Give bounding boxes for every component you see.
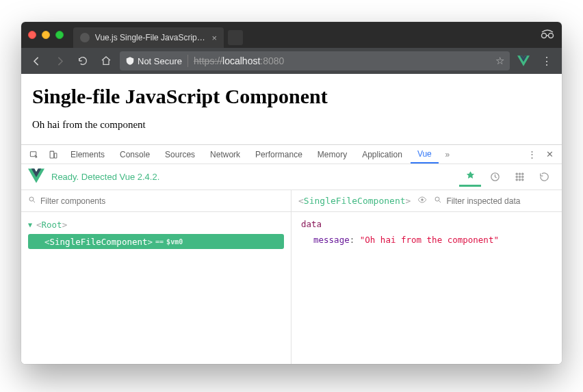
svg-rect-4: [54, 153, 57, 157]
vue-history-icon[interactable]: [484, 168, 506, 187]
vue-components-tab-icon[interactable]: [459, 168, 481, 187]
vue-panel-header: Ready. Detected Vue 2.4.2.: [21, 164, 562, 190]
separator: [187, 55, 188, 67]
search-icon: [434, 196, 442, 206]
browser-menu-button[interactable]: ⋮: [537, 51, 556, 70]
devtools: Elements Console Sources Network Perform…: [21, 144, 562, 364]
vue-devtools-extension-icon[interactable]: [514, 51, 533, 70]
url: https://localhost:8080: [194, 55, 284, 66]
devtools-overflow-icon[interactable]: »: [440, 145, 455, 164]
svg-point-0: [542, 33, 547, 38]
svg-point-17: [435, 197, 439, 201]
devtools-menu-button[interactable]: ⋮: [523, 149, 540, 159]
bookmark-star-icon[interactable]: ☆: [495, 55, 504, 67]
search-icon: [28, 196, 36, 206]
new-tab-button[interactable]: [228, 30, 243, 45]
vue-filter-left: [21, 190, 292, 211]
vue-refresh-icon[interactable]: [533, 168, 555, 187]
minimize-window-button[interactable]: [42, 31, 50, 39]
titlebar: Vue.js Single-File JavaScript C ×: [21, 22, 562, 48]
forward-button[interactable]: [50, 51, 69, 70]
tab-close-icon[interactable]: ×: [211, 33, 217, 43]
toolbar: Not Secure https://localhost:8080 ☆ ⋮: [21, 48, 562, 74]
back-button[interactable]: [27, 51, 46, 70]
devtools-tab-sources[interactable]: Sources: [158, 145, 202, 164]
close-window-button[interactable]: [28, 31, 36, 39]
svg-point-16: [422, 198, 424, 201]
data-value: "Oh hai from the component": [360, 235, 499, 245]
tree-root-label: Root: [42, 220, 62, 230]
security-badge[interactable]: Not Secure: [125, 56, 182, 66]
svg-point-7: [519, 173, 520, 174]
tab-title: Vue.js Single-File JavaScript C: [95, 33, 207, 42]
page-text: Oh hai from the component: [32, 119, 551, 131]
tree-child-row[interactable]: <SingleFileComponent> == $vm0: [28, 234, 284, 249]
vue-filter-row: <SingleFileComponent>: [21, 190, 562, 212]
devtools-tab-console[interactable]: Console: [113, 145, 157, 164]
svg-point-11: [521, 176, 523, 177]
url-scheme: https://: [194, 55, 222, 66]
svg-point-13: [519, 179, 520, 181]
vue-body: ▼ <Root> <SingleFileComponent> == $vm0 d…: [21, 212, 562, 364]
data-key: message: [313, 235, 350, 245]
vue-status-text: Ready. Detected Vue 2.4.2.: [51, 172, 159, 182]
address-bar[interactable]: Not Secure https://localhost:8080 ☆: [120, 51, 510, 70]
devtools-tabs: Elements Console Sources Network Perform…: [21, 145, 562, 164]
svg-point-8: [521, 173, 523, 174]
favicon-icon: [80, 33, 90, 42]
svg-point-1: [549, 33, 554, 38]
vm-ref: $vm0: [166, 238, 183, 246]
security-text: Not Secure: [138, 56, 182, 66]
incognito-icon: [540, 28, 555, 42]
vue-vuex-icon[interactable]: [508, 168, 530, 187]
browser-window: Vue.js Single-File JavaScript C × Not Se…: [21, 22, 562, 364]
data-section-label: data: [301, 219, 552, 229]
svg-point-9: [516, 176, 517, 177]
data-row: message: "Oh hai from the component": [301, 235, 552, 245]
svg-point-14: [521, 179, 523, 181]
viewport: Single-file JavaScript Component Oh hai …: [21, 74, 562, 364]
devtools-tab-memory[interactable]: Memory: [311, 145, 354, 164]
page-heading: Single-file JavaScript Component: [32, 85, 551, 108]
devtools-close-button[interactable]: ✕: [541, 149, 558, 159]
caret-down-icon[interactable]: ▼: [28, 221, 36, 228]
devtools-tab-application[interactable]: Application: [355, 145, 409, 164]
zoom-window-button[interactable]: [55, 31, 64, 39]
browser-tab[interactable]: Vue.js Single-File JavaScript C ×: [73, 27, 224, 48]
filter-components-input[interactable]: [40, 196, 284, 206]
url-port: :8080: [260, 55, 284, 66]
inspector-panel: data message: "Oh hai from the component…: [292, 212, 562, 364]
devtools-tab-vue[interactable]: Vue: [411, 145, 439, 164]
page-content: Single-file JavaScript Component Oh hai …: [21, 74, 562, 138]
home-button[interactable]: [96, 51, 116, 70]
svg-rect-3: [50, 151, 54, 158]
traffic-lights: [28, 31, 64, 39]
reload-button[interactable]: [73, 51, 92, 70]
tree-root-row[interactable]: ▼ <Root>: [28, 218, 284, 231]
eye-icon[interactable]: [417, 195, 427, 207]
component-tree: ▼ <Root> <SingleFileComponent> == $vm0: [21, 212, 292, 364]
selected-component: <SingleFileComponent>: [298, 196, 411, 206]
filter-inspected-input[interactable]: [446, 196, 555, 206]
vue-filter-right: <SingleFileComponent>: [292, 190, 562, 211]
devtools-tab-elements[interactable]: Elements: [64, 145, 112, 164]
svg-point-15: [29, 197, 34, 201]
svg-point-6: [516, 173, 517, 174]
devtools-tab-performance[interactable]: Performance: [248, 145, 309, 164]
url-host: localhost: [222, 55, 260, 66]
inspect-element-icon[interactable]: [25, 145, 43, 164]
devtools-tab-network[interactable]: Network: [203, 145, 247, 164]
tree-child-label: SingleFileComponent: [50, 237, 148, 247]
svg-point-12: [516, 179, 517, 181]
vue-tool-icons: [459, 168, 555, 187]
vue-logo-icon: [28, 168, 44, 186]
device-toggle-icon[interactable]: [44, 145, 62, 164]
svg-point-10: [519, 176, 520, 177]
